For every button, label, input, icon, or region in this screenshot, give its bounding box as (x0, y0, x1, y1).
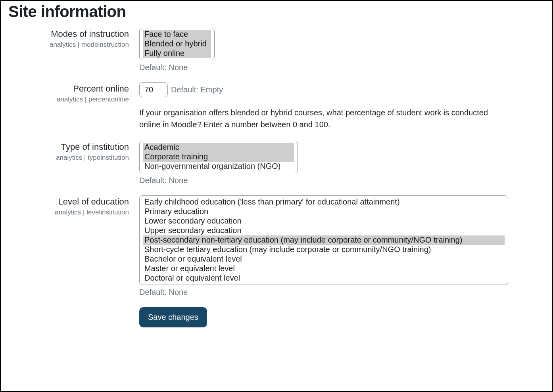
save-changes-button[interactable]: Save changes (139, 307, 207, 327)
page-title: Site information (8, 3, 545, 21)
row-modes-of-instruction: Modes of instruction analytics | modeins… (8, 28, 545, 72)
setting-key-percent: analytics | percentonline (8, 96, 129, 103)
row-type-of-institution: Type of institution analytics | typeinst… (8, 141, 545, 185)
setting-key-level: analytics | levelinstitution (8, 208, 129, 216)
percent-online-input[interactable] (139, 82, 168, 97)
default-hint-level: Default: None (139, 288, 520, 297)
modes-of-instruction-select[interactable]: Face to faceBlended or hybridFully onlin… (139, 28, 215, 60)
default-hint-percent: Default: Empty (171, 85, 223, 94)
description-percent-online: If your organisation offers blended or h… (139, 107, 504, 130)
label-modes-of-instruction: Modes of instruction (8, 29, 129, 40)
setting-key-type: analytics | typeinstitution (8, 154, 129, 162)
row-level-of-education: Level of education analytics | levelinst… (8, 195, 545, 297)
setting-key-modes: analytics | modeinstruction (8, 41, 129, 49)
label-type-of-institution: Type of institution (8, 142, 129, 153)
level-of-education-select[interactable]: Early childhood education ('less than pr… (139, 195, 508, 285)
label-level-of-education: Level of education (8, 196, 129, 208)
default-hint-modes: Default: None (139, 63, 520, 72)
label-percent-online: Percent online (8, 83, 129, 95)
type-of-institution-select[interactable]: AcademicCorporate trainingNon-government… (139, 141, 298, 173)
row-percent-online: Percent online analytics | percentonline… (8, 82, 545, 130)
default-hint-type: Default: None (139, 176, 520, 185)
